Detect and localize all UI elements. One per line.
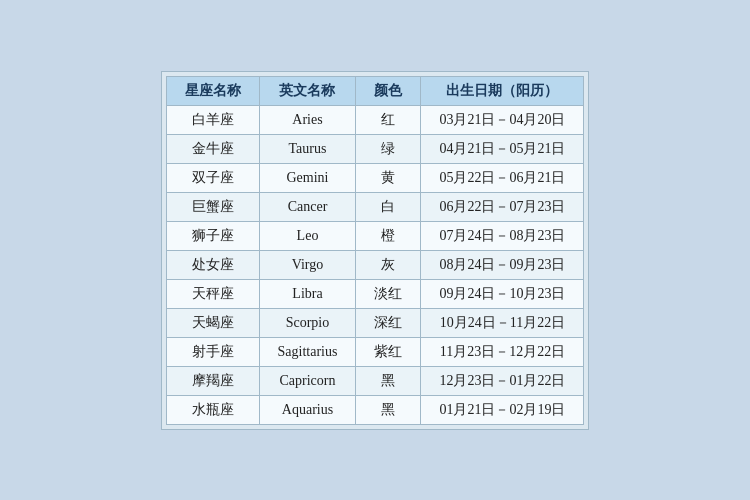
- cell-dates: 11月23日－12月22日: [421, 337, 584, 366]
- col-header-color: 颜色: [356, 76, 421, 105]
- table-row: 天蝎座Scorpio深红10月24日－11月22日: [166, 308, 584, 337]
- cell-color: 深红: [356, 308, 421, 337]
- cell-english: Sagittarius: [259, 337, 356, 366]
- cell-color: 黑: [356, 366, 421, 395]
- table-row: 摩羯座Capricorn黑12月23日－01月22日: [166, 366, 584, 395]
- cell-chinese: 水瓶座: [166, 395, 259, 424]
- cell-color: 灰: [356, 250, 421, 279]
- col-header-chinese: 星座名称: [166, 76, 259, 105]
- cell-dates: 09月24日－10月23日: [421, 279, 584, 308]
- cell-english: Aquarius: [259, 395, 356, 424]
- cell-english: Taurus: [259, 134, 356, 163]
- zodiac-table: 星座名称 英文名称 颜色 出生日期（阳历） 白羊座Aries红03月21日－04…: [166, 76, 585, 425]
- cell-color: 淡红: [356, 279, 421, 308]
- cell-chinese: 狮子座: [166, 221, 259, 250]
- cell-color: 黄: [356, 163, 421, 192]
- cell-color: 紫红: [356, 337, 421, 366]
- cell-dates: 07月24日－08月23日: [421, 221, 584, 250]
- cell-chinese: 天秤座: [166, 279, 259, 308]
- cell-dates: 12月23日－01月22日: [421, 366, 584, 395]
- cell-dates: 03月21日－04月20日: [421, 105, 584, 134]
- table-row: 巨蟹座Cancer白06月22日－07月23日: [166, 192, 584, 221]
- col-header-english: 英文名称: [259, 76, 356, 105]
- table-header-row: 星座名称 英文名称 颜色 出生日期（阳历）: [166, 76, 584, 105]
- cell-chinese: 巨蟹座: [166, 192, 259, 221]
- table-row: 白羊座Aries红03月21日－04月20日: [166, 105, 584, 134]
- cell-color: 绿: [356, 134, 421, 163]
- table-row: 天秤座Libra淡红09月24日－10月23日: [166, 279, 584, 308]
- cell-chinese: 天蝎座: [166, 308, 259, 337]
- cell-chinese: 处女座: [166, 250, 259, 279]
- cell-chinese: 双子座: [166, 163, 259, 192]
- table-row: 双子座Gemini黄05月22日－06月21日: [166, 163, 584, 192]
- cell-english: Aries: [259, 105, 356, 134]
- cell-english: Scorpio: [259, 308, 356, 337]
- cell-color: 橙: [356, 221, 421, 250]
- cell-english: Cancer: [259, 192, 356, 221]
- col-header-dates: 出生日期（阳历）: [421, 76, 584, 105]
- cell-dates: 10月24日－11月22日: [421, 308, 584, 337]
- table-row: 狮子座Leo橙07月24日－08月23日: [166, 221, 584, 250]
- table-row: 水瓶座Aquarius黑01月21日－02月19日: [166, 395, 584, 424]
- cell-dates: 08月24日－09月23日: [421, 250, 584, 279]
- cell-chinese: 射手座: [166, 337, 259, 366]
- cell-dates: 01月21日－02月19日: [421, 395, 584, 424]
- cell-chinese: 金牛座: [166, 134, 259, 163]
- cell-color: 黑: [356, 395, 421, 424]
- cell-chinese: 摩羯座: [166, 366, 259, 395]
- cell-dates: 06月22日－07月23日: [421, 192, 584, 221]
- table-row: 金牛座Taurus绿04月21日－05月21日: [166, 134, 584, 163]
- cell-chinese: 白羊座: [166, 105, 259, 134]
- cell-color: 红: [356, 105, 421, 134]
- cell-dates: 04月21日－05月21日: [421, 134, 584, 163]
- cell-english: Libra: [259, 279, 356, 308]
- cell-english: Virgo: [259, 250, 356, 279]
- zodiac-table-container: 星座名称 英文名称 颜色 出生日期（阳历） 白羊座Aries红03月21日－04…: [161, 71, 590, 430]
- cell-dates: 05月22日－06月21日: [421, 163, 584, 192]
- cell-english: Leo: [259, 221, 356, 250]
- table-row: 处女座Virgo灰08月24日－09月23日: [166, 250, 584, 279]
- table-body: 白羊座Aries红03月21日－04月20日金牛座Taurus绿04月21日－0…: [166, 105, 584, 424]
- cell-english: Gemini: [259, 163, 356, 192]
- table-row: 射手座Sagittarius紫红11月23日－12月22日: [166, 337, 584, 366]
- cell-english: Capricorn: [259, 366, 356, 395]
- cell-color: 白: [356, 192, 421, 221]
